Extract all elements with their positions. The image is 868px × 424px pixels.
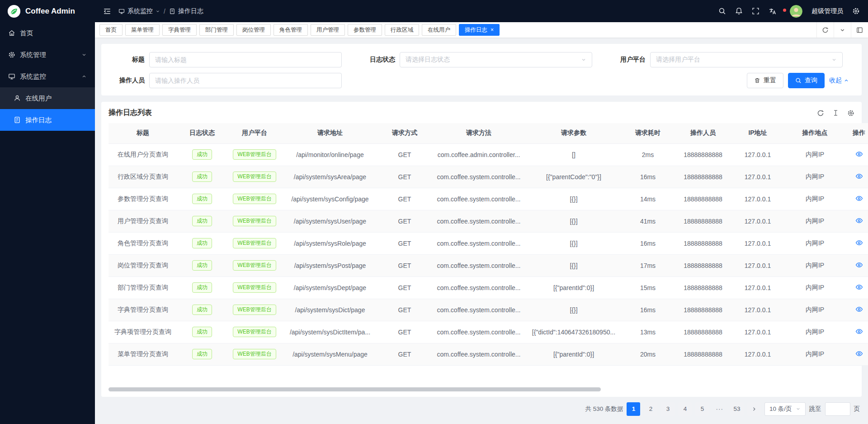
view-detail-eye-icon[interactable] <box>855 172 863 180</box>
view-detail-eye-icon[interactable] <box>855 328 863 335</box>
cell-location: 内网IP <box>784 299 846 321</box>
tab-行政区域[interactable]: 行政区域 <box>385 24 419 36</box>
chevron-down-icon <box>156 9 160 14</box>
tab-用户管理[interactable]: 用户管理 <box>311 24 345 36</box>
reset-button[interactable]: 重置 <box>747 73 783 88</box>
column-header-duration: 请求耗时 <box>621 123 675 143</box>
cell-status: 成功 <box>177 254 227 276</box>
view-detail-eye-icon[interactable] <box>855 217 863 224</box>
platform-tag: WEB管理后台 <box>233 349 276 360</box>
tab-参数管理[interactable]: 参数管理 <box>348 24 382 36</box>
breadcrumb-item-system-monitoring[interactable]: 系统监控 <box>118 7 160 15</box>
gear-icon <box>8 51 15 58</box>
sidebar-item-label: 在线用户 <box>25 94 87 103</box>
tab-list: 首页菜单管理字典管理部门管理岗位管理角色管理用户管理参数管理行政区域在线用户操作… <box>99 24 502 36</box>
cell-platform: WEB管理后台 <box>227 188 282 210</box>
horizontal-scrollbar-thumb[interactable] <box>108 387 601 391</box>
cell-location: 内网IP <box>784 343 846 365</box>
refresh-tab-icon[interactable] <box>816 22 834 38</box>
cell-handler: com.coffee.system.controlle... <box>431 188 526 210</box>
breadcrumb-item-operation-logs[interactable]: 操作日志 <box>169 7 203 15</box>
tab-bar: 首页菜单管理字典管理部门管理岗位管理角色管理用户管理参数管理行政区域在线用户操作… <box>95 22 868 38</box>
breadcrumb-label: 系统监控 <box>127 7 153 15</box>
table-row: 在线用户分页查询成功WEB管理后台/api/monitor/online/pag… <box>108 143 868 166</box>
tab-在线用户[interactable]: 在线用户 <box>422 24 456 36</box>
view-detail-eye-icon[interactable] <box>855 239 863 247</box>
cell-params: [{"parentCode":"0"}] <box>526 166 621 188</box>
sidebar-item-home[interactable]: 首页 <box>0 22 95 44</box>
view-detail-eye-icon[interactable] <box>855 283 863 291</box>
tab-首页[interactable]: 首页 <box>99 24 123 36</box>
table-row: 行政区域分页查询成功WEB管理后台/api/system/sysArea/pag… <box>108 166 868 188</box>
search-button[interactable]: 查询 <box>788 73 825 88</box>
view-detail-eye-icon[interactable] <box>855 150 863 158</box>
cell-title: 岗位管理分页查询 <box>108 254 177 276</box>
cell-actions <box>846 299 868 321</box>
user-avatar[interactable] <box>790 5 802 18</box>
collapse-filter-link[interactable]: 收起 <box>829 76 849 85</box>
tab-岗位管理[interactable]: 岗位管理 <box>236 24 271 36</box>
page-button-2[interactable]: 2 <box>644 402 657 416</box>
sidebar-item-system-monitoring[interactable]: 系统监控 <box>0 66 95 87</box>
cell-duration: 41ms <box>621 210 675 232</box>
log-status-select[interactable]: 请选择日志状态 <box>400 52 592 67</box>
title-input[interactable] <box>149 52 342 67</box>
view-detail-eye-icon[interactable] <box>855 305 863 313</box>
sidebar-item-label: 操作日志 <box>25 116 87 124</box>
column-header-method: 请求方式 <box>378 123 431 143</box>
view-detail-eye-icon[interactable] <box>855 350 863 357</box>
settings-gear-icon[interactable] <box>852 7 860 15</box>
sidebar-item-system-management[interactable]: 系统管理 <box>0 44 95 66</box>
operator-input[interactable] <box>149 73 342 88</box>
cell-platform: WEB管理后台 <box>227 254 282 276</box>
next-page-button[interactable] <box>747 402 761 416</box>
tab-菜单管理[interactable]: 菜单管理 <box>125 24 160 36</box>
sidebar-item-operation-logs[interactable]: 操作日志 <box>0 109 95 131</box>
cell-duration: 17ms <box>621 254 675 276</box>
sidebar-item-online-users[interactable]: 在线用户 <box>0 87 95 109</box>
view-detail-eye-icon[interactable] <box>855 195 863 202</box>
notification-bell-icon[interactable] <box>735 7 743 15</box>
cell-url: /api/system/sysDictItem/pa... <box>282 321 378 343</box>
cell-duration: 13ms <box>621 321 675 343</box>
tab-角色管理[interactable]: 角色管理 <box>274 24 308 36</box>
view-detail-eye-icon[interactable] <box>855 261 863 269</box>
cell-ip: 127.0.0.1 <box>731 276 784 299</box>
tab-字典管理[interactable]: 字典管理 <box>162 24 197 36</box>
column-settings-gear-icon[interactable] <box>847 110 854 117</box>
tab-label: 首页 <box>105 26 117 34</box>
tab-close-icon[interactable]: × <box>491 27 494 33</box>
page-ellipsis: ··· <box>712 402 726 416</box>
status-tag: 成功 <box>192 172 212 182</box>
cell-operator: 18888888888 <box>675 188 731 210</box>
log-document-icon <box>14 116 21 124</box>
refresh-icon[interactable] <box>817 110 824 117</box>
page-size-select[interactable]: 10 条/页 <box>764 402 806 416</box>
cell-actions <box>846 188 868 210</box>
user-icon <box>14 95 21 102</box>
user-platform-select[interactable]: 请选择用户平台 <box>650 52 843 67</box>
content-fullscreen-icon[interactable] <box>851 22 868 38</box>
row-height-icon[interactable] <box>832 110 839 116</box>
tab-actions-chevron-icon[interactable] <box>834 22 851 38</box>
translate-icon[interactable] <box>769 7 777 15</box>
current-user-name[interactable]: 超级管理员 <box>811 7 843 15</box>
jump-page-input[interactable] <box>825 402 850 416</box>
page-button-4[interactable]: 4 <box>678 402 692 416</box>
page-button-1[interactable]: 1 <box>627 402 640 416</box>
fullscreen-icon[interactable] <box>752 7 760 15</box>
page-button-3[interactable]: 3 <box>661 402 675 416</box>
tab-部门管理[interactable]: 部门管理 <box>199 24 234 36</box>
cell-duration: 20ms <box>621 343 675 365</box>
search-icon[interactable] <box>718 7 726 15</box>
page-button-5[interactable]: 5 <box>695 402 709 416</box>
page-button-53[interactable]: 53 <box>730 402 744 416</box>
sidebar-collapse-icon[interactable] <box>103 7 111 15</box>
tab-操作日志[interactable]: 操作日志× <box>459 24 500 36</box>
app-logo[interactable]: Coffee Admin <box>0 0 95 22</box>
cell-method: GET <box>378 276 431 299</box>
cell-operator: 18888888888 <box>675 299 731 321</box>
chevron-down-icon <box>796 406 801 411</box>
sidebar: Coffee Admin 首页 系统管理 系统监控 在线用户 操作日志 <box>0 0 95 424</box>
cell-actions <box>846 166 868 188</box>
